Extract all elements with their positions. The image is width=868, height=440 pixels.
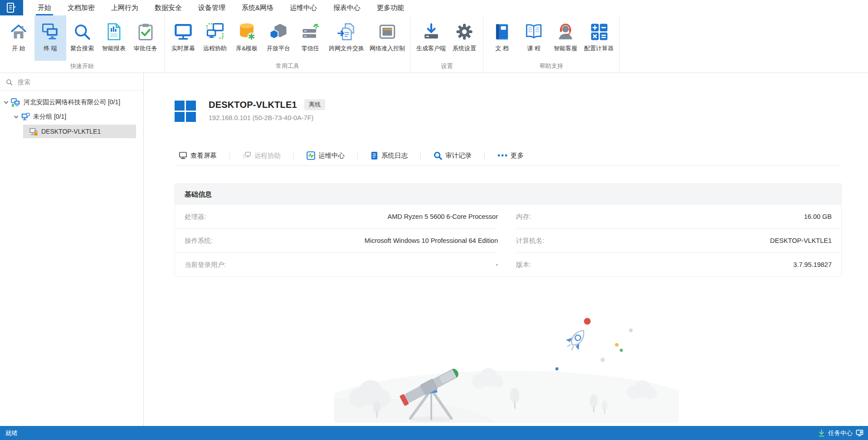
app-menu-button[interactable]: [0, 0, 23, 15]
action-label: 审计记录: [445, 151, 472, 160]
ribbon-item-zero-trust[interactable]: 零信任: [294, 15, 326, 61]
chevron-down-icon: [14, 115, 19, 119]
ribbon-item-open-platform[interactable]: 开放平台: [263, 15, 294, 61]
menu-tab-label: 设备管理: [198, 4, 225, 12]
menu-tab-system-network[interactable]: 系统&网络: [234, 0, 282, 15]
ribbon-item-config-calculator[interactable]: 配置计算器: [581, 15, 616, 61]
info-cell-version: 版本: 3.7.95.19827: [516, 253, 841, 276]
ribbon-item-approval-tasks[interactable]: 审批任务: [130, 15, 161, 61]
task-center-button[interactable]: 任务中心: [828, 429, 853, 437]
empty-state-illustration: [334, 305, 679, 423]
info-value: DESKTOP-VLKTLE1: [770, 237, 832, 244]
ribbon-group-settings: 生成客户端 系统设置: [411, 15, 483, 73]
top-menu: 开始 文档加密 上网行为 数据安全 设备管理 系统&网络 运维中心 报表中心 更…: [23, 0, 412, 15]
ribbon-item-label: 聚合搜索: [70, 44, 94, 53]
offline-status-badge: 离线: [304, 99, 325, 110]
system-log-icon: [371, 151, 378, 160]
menu-tab-doc-encryption[interactable]: 文档加密: [59, 0, 103, 15]
search-icon: [6, 79, 13, 86]
remote-assist-button[interactable]: 远程协助: [243, 151, 281, 160]
ribbon-toolbar: 开 始 终 端: [0, 15, 868, 73]
network-access-icon: [377, 21, 398, 42]
search-input[interactable]: [17, 78, 137, 86]
ribbon-item-cross-network-file-exchange[interactable]: 跨网文件交换: [326, 15, 367, 61]
ribbon-item-aggregate-search[interactable]: 聚合搜索: [66, 15, 98, 61]
ribbon-item-home[interactable]: 开 始: [3, 15, 34, 61]
tree-node-ungrouped[interactable]: 未分组 [0/1]: [0, 110, 143, 124]
menu-tab-device-management[interactable]: 设备管理: [190, 0, 234, 15]
menu-tab-label: 上网行为: [111, 4, 138, 12]
tree-node-device-selected[interactable]: DESKTOP-VLKTLE1: [23, 125, 136, 138]
menu-tab-label: 运维中心: [290, 4, 317, 12]
ribbon-item-realtime-screen[interactable]: 实时屏幕: [167, 15, 199, 61]
info-value: -: [496, 261, 498, 268]
device-name: DESKTOP-VLKTLE1: [209, 100, 297, 110]
ops-center-icon: [307, 151, 315, 160]
ribbon-item-label: 远程协助: [203, 44, 227, 53]
report-icon: [103, 21, 124, 42]
menu-tab-label: 文档加密: [68, 4, 95, 12]
approval-icon: [135, 21, 156, 42]
ribbon-item-label: 零信任: [302, 44, 319, 53]
ribbon-item-system-settings[interactable]: 系统设置: [449, 15, 480, 61]
view-screen-icon: [179, 151, 187, 160]
chevron-down-icon: [4, 101, 9, 104]
menu-tab-report-center[interactable]: 报表中心: [325, 0, 369, 15]
remote-assist-icon: [243, 151, 251, 160]
divider: [484, 152, 485, 159]
document-icon: [492, 21, 512, 42]
system-log-button[interactable]: 系统日志: [371, 151, 408, 160]
info-label: 操作系统:: [185, 237, 213, 245]
info-cell-computer-name: 计算机名: DESKTOP-VLKTLE1: [516, 229, 841, 253]
ribbon-item-remote-assist[interactable]: 远程协助: [199, 15, 231, 61]
ribbon-item-smart-report[interactable]: 智能报表: [98, 15, 130, 61]
ribbon-item-network-access-control[interactable]: 网络准入控制: [367, 15, 408, 61]
taskbar-monitor-icon[interactable]: [856, 430, 863, 436]
divider: [357, 152, 358, 159]
info-value: 3.7.95.19827: [793, 261, 832, 268]
ribbon-item-label: 库&模板: [236, 44, 258, 53]
ribbon-group-common-tools: 实时屏幕 远程协助: [165, 15, 411, 73]
menu-tab-label: 更多功能: [377, 4, 404, 12]
menu-tab-label: 数据安全: [155, 4, 182, 12]
ribbon-group-label: 设置: [411, 61, 483, 73]
settings-gear-icon: [454, 21, 475, 42]
ribbon-item-smart-service[interactable]: 智能客服: [550, 15, 581, 61]
ribbon-item-generate-client[interactable]: 生成客户端: [414, 15, 449, 61]
ribbon-item-label: 终 端: [44, 44, 57, 53]
action-label: 系统日志: [381, 151, 408, 160]
ops-center-button[interactable]: 运维中心: [307, 151, 345, 160]
ribbon-item-terminal[interactable]: 终 端: [34, 15, 66, 61]
tree-node-company[interactable]: 河北安固云网络科技有限公司 [0/1]: [0, 95, 143, 110]
view-screen-button[interactable]: 查看屏幕: [179, 151, 217, 160]
divider: [293, 152, 294, 159]
action-label: 运维中心: [318, 151, 345, 160]
audit-record-button[interactable]: 审计记录: [434, 151, 472, 160]
menu-tab-ops-center[interactable]: 运维中心: [282, 0, 325, 15]
ribbon-item-library-templates[interactable]: 库&模板: [231, 15, 263, 61]
ribbon-item-label: 配置计算器: [584, 44, 614, 53]
audit-search-icon: [434, 151, 442, 160]
ribbon-item-document[interactable]: 文 档: [486, 15, 518, 61]
zero-trust-icon: [300, 21, 321, 42]
more-actions-button[interactable]: 更多: [497, 151, 524, 160]
download-arrow-icon: [818, 430, 825, 437]
status-bar: 就绪 任务中心: [0, 426, 868, 440]
menu-tab-web-behavior[interactable]: 上网行为: [103, 0, 146, 15]
menu-tab-data-security[interactable]: 数据安全: [146, 0, 190, 15]
menu-bar: 开始 文档加密 上网行为 数据安全 设备管理 系统&网络 运维中心 报表中心 更…: [0, 0, 868, 15]
menu-tab-more-features[interactable]: 更多功能: [369, 0, 412, 15]
divider: [420, 152, 421, 159]
remote-assist-icon: [205, 21, 225, 42]
menu-tab-home[interactable]: 开始: [29, 0, 59, 15]
info-cell-os: 操作系统: Microsoft Windows 10 Professional …: [175, 229, 498, 253]
ribbon-group-label: 帮助支持: [483, 61, 619, 73]
ribbon-item-label: 开 始: [12, 44, 25, 53]
tree-node-label: 未分组 [0/1]: [33, 113, 66, 121]
action-label: 远程协助: [254, 151, 281, 160]
terminal-tree-sidebar: 河北安固云网络科技有限公司 [0/1] 未分组 [0/1]: [0, 73, 144, 426]
tree-node-device-row: DESKTOP-VLKTLE1: [0, 124, 143, 139]
device-header: DESKTOP-VLKTLE1 离线 192.168.0.101 (50-2B-…: [175, 99, 325, 122]
ribbon-item-course[interactable]: 课 程: [518, 15, 550, 61]
info-value: Microsoft Windows 10 Professional 64 Edi…: [365, 237, 498, 244]
